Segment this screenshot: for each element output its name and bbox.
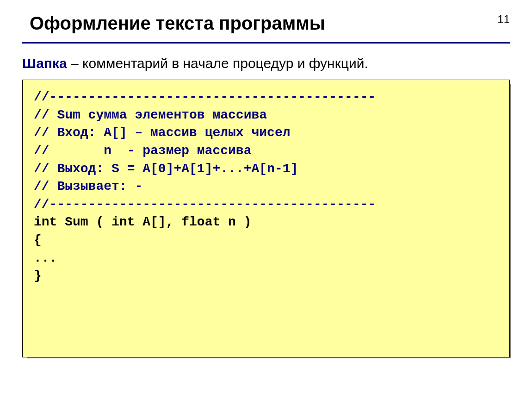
code-comment-line: // Sum сумма элементов массива <box>34 108 267 122</box>
subtitle-rest: – комментарий в начале процедур и функци… <box>67 56 368 71</box>
code-block-wrapper: //--------------------------------------… <box>22 80 510 357</box>
page-number: 11 <box>497 13 510 26</box>
slide-title: Оформление текста программы <box>22 13 510 42</box>
code-line: ... <box>34 251 57 265</box>
subtitle: Шапка – комментарий в начале процедур и … <box>22 56 510 71</box>
code-block: //--------------------------------------… <box>22 80 510 357</box>
code-comment-line: // n - размер массива <box>34 144 251 158</box>
slide: 11 Оформление текста программы Шапка – к… <box>0 0 532 400</box>
code-comment-line: // Вход: A[] – массив целых чисел <box>34 125 291 140</box>
title-rule <box>22 42 510 44</box>
code-comment-line: // Выход: S = A[0]+A[1]+...+A[n-1] <box>34 162 298 176</box>
code-comment-line: // Вызывает: - <box>34 179 142 194</box>
subtitle-lead: Шапка <box>22 56 67 71</box>
code-comment-line: //--------------------------------------… <box>34 90 376 104</box>
code-line: } <box>34 269 42 283</box>
code-comment-line: //--------------------------------------… <box>34 197 376 212</box>
code-line: { <box>34 233 42 247</box>
code-line: int Sum ( int A[], float n ) <box>34 215 251 229</box>
